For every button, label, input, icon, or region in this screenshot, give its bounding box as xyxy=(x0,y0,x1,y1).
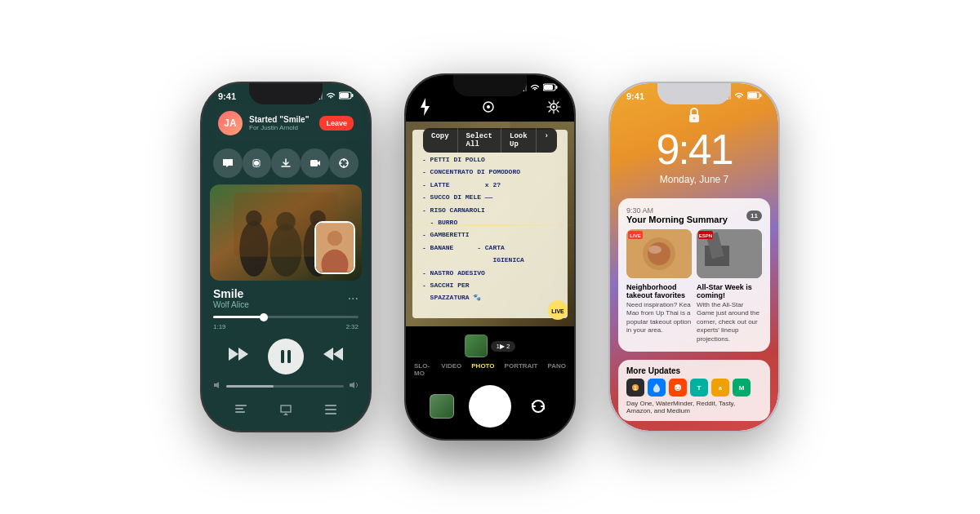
p3-more-updates-card[interactable]: More Updates 1 T xyxy=(618,360,770,421)
p3-battery-icon xyxy=(747,91,762,101)
p3-notif-time: 9:30 AM xyxy=(626,206,728,215)
svg-text:ESPN: ESPN xyxy=(699,233,712,238)
p2-settings-btn[interactable] xyxy=(546,100,561,117)
p1-progress-container xyxy=(202,312,370,321)
svg-rect-26 xyxy=(325,405,336,406)
svg-rect-52 xyxy=(748,93,757,98)
p2-copy-btn[interactable]: Copy xyxy=(423,128,458,153)
phones-container: 9:41 J xyxy=(184,57,796,457)
p2-shutter-row xyxy=(414,380,566,434)
p1-facetime-controls xyxy=(202,142,370,184)
p2-live-badge[interactable]: LIVE xyxy=(548,300,568,320)
p1-progress-bar[interactable] xyxy=(213,316,359,318)
svg-text:M: M xyxy=(739,384,745,392)
note-line-11: - SACCHI PER xyxy=(422,281,558,290)
p1-time-current: 1:19 xyxy=(213,323,226,330)
note-line-9: IGIENICA xyxy=(422,256,558,264)
svg-point-19 xyxy=(327,231,342,246)
p1-forward-btn[interactable] xyxy=(322,346,345,367)
p3-tasty-icon: T xyxy=(690,379,708,397)
svg-point-72 xyxy=(675,387,676,388)
p1-vol-high-icon xyxy=(349,381,359,391)
p2-battery-icon xyxy=(543,83,558,93)
p1-volume-bar[interactable] xyxy=(226,385,344,388)
p2-mode-portrait[interactable]: PORTRAIT xyxy=(505,362,538,377)
p1-leave-button[interactable]: Leave xyxy=(319,116,354,131)
phone3-screen: 9:41 xyxy=(610,83,778,431)
svg-rect-34 xyxy=(555,86,557,89)
svg-text:a: a xyxy=(719,385,722,391)
p3-reddit-icon xyxy=(669,379,687,397)
note-line-2: - CONCENTRATO DI POMODORO xyxy=(422,168,558,176)
p2-wifi-icon xyxy=(530,84,540,93)
svg-rect-51 xyxy=(760,94,762,97)
p2-more-options-btn[interactable]: › xyxy=(537,128,557,153)
p3-amazon-icon: a xyxy=(711,379,729,397)
p3-waterminder-icon xyxy=(648,379,666,397)
p1-thumb-person xyxy=(316,223,354,273)
p2-select-all-btn[interactable]: Select All xyxy=(458,128,501,153)
p2-mode-video[interactable]: VIDEO xyxy=(441,362,461,377)
p1-video-btn[interactable] xyxy=(301,148,330,178)
p3-bottom-actions xyxy=(610,426,778,431)
p3-lock-icon xyxy=(610,101,778,128)
p3-notif-title: Your Morning Summary xyxy=(626,215,728,224)
phone-1: 9:41 J xyxy=(200,82,372,432)
p1-rewind-btn[interactable] xyxy=(227,346,250,367)
p2-bottom-bar: 1▶ 2 SLO-MO VIDEO PHOTO PORTRAIT PANO xyxy=(406,326,574,439)
svg-text:LIVE: LIVE xyxy=(551,308,564,314)
note-line-5: - RISO CARNAROLI xyxy=(422,206,558,215)
p1-banner-title: Started "Smile" xyxy=(249,115,313,124)
p2-live-text-toolbar: Copy Select All Look Up › xyxy=(423,128,557,153)
p2-camera-top xyxy=(406,95,574,122)
p3-article1-text: Need inspiration? Kea Mao from Up Thai i… xyxy=(626,301,692,335)
p2-gallery-thumb[interactable] xyxy=(465,335,488,357)
p1-download-btn[interactable] xyxy=(271,148,301,178)
svg-rect-22 xyxy=(287,350,291,363)
p3-notif-images: LIVE ESPN xyxy=(626,229,762,278)
note-line-3: - LATTE x 2? xyxy=(422,181,558,189)
p1-audio-btn[interactable] xyxy=(243,148,272,178)
p3-notification-card[interactable]: 9:30 AM Your Morning Summary 11 xyxy=(618,198,770,352)
p3-notif-articles: Neighborhood takeout favorites Need insp… xyxy=(626,283,762,343)
p1-airplay-btn[interactable] xyxy=(278,402,293,421)
p1-facetime-banner[interactable]: JA Started "Smile" For Justin Arnold Lea… xyxy=(210,104,362,142)
p1-time: 9:41 xyxy=(218,91,236,101)
p2-last-photo-thumb[interactable] xyxy=(430,394,454,419)
p1-effects-btn[interactable] xyxy=(329,148,359,178)
p1-volume-control xyxy=(202,381,370,397)
p2-flip-camera-btn[interactable] xyxy=(526,394,550,419)
svg-point-57 xyxy=(648,242,670,265)
p1-queue-btn[interactable] xyxy=(323,402,338,421)
p1-playback-controls xyxy=(202,332,370,381)
phone2-notch xyxy=(453,75,527,96)
phone1-screen: 9:41 J xyxy=(202,83,370,431)
p1-album-art xyxy=(210,184,362,281)
p1-message-btn[interactable] xyxy=(213,148,243,178)
p3-more-app-icons: 1 T a xyxy=(626,379,762,397)
p3-article2-title: All-Star Week is coming! xyxy=(697,283,762,299)
p2-flash-btn[interactable] xyxy=(419,98,430,118)
p1-bottom-icons xyxy=(202,397,370,431)
p1-time-display: 1:19 2:32 xyxy=(202,321,370,332)
phone1-notch xyxy=(249,83,323,104)
note-line-10: - NASTRO ADESIVO xyxy=(422,269,558,277)
svg-text:LIVE: LIVE xyxy=(630,233,640,238)
p3-notif-badge: 11 xyxy=(746,210,762,221)
phone-2: 9:41 xyxy=(404,73,576,441)
p2-mode-slomo[interactable]: SLO-MO xyxy=(414,362,431,377)
p1-more-btn[interactable]: ··· xyxy=(348,291,359,306)
p2-live-toggle[interactable] xyxy=(482,100,495,116)
p1-progress-dot xyxy=(260,313,268,321)
note-line-8: - BANANE - CARTA xyxy=(422,244,558,252)
svg-point-37 xyxy=(487,105,490,109)
p2-shutter-btn[interactable] xyxy=(469,385,511,428)
p2-mode-photo[interactable]: PHOTO xyxy=(471,362,494,377)
p2-look-up-btn[interactable]: Look Up xyxy=(501,128,537,153)
note-line-12: SPAZZATURA 🐾 xyxy=(422,294,558,302)
p2-mode-pano[interactable]: PANO xyxy=(547,362,566,377)
p1-pause-btn[interactable] xyxy=(268,339,304,374)
p1-lyrics-btn[interactable] xyxy=(234,402,248,421)
p3-article2-text: With the All-Star Game just around the c… xyxy=(697,301,762,343)
phone3-notch xyxy=(657,83,731,104)
